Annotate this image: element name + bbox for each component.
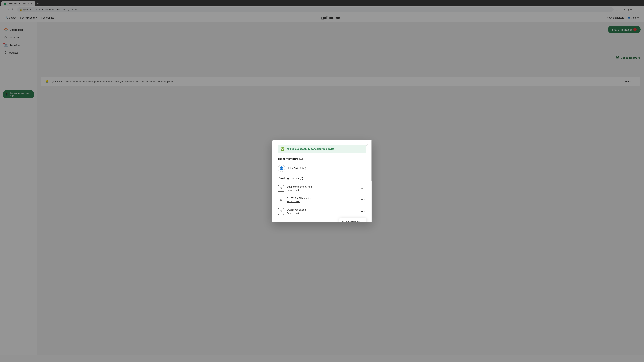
team-members-section: Team members (1) 👤 John Snith (You) [278,157,366,173]
modal-overlay[interactable]: × ✅ You've successfully canceled this in… [0,0,644,355]
modal-scroll-area: ✅ You've successfully canceled this invi… [272,140,372,222]
member-avatar: 👤 [278,165,285,172]
pending-invites-section: Pending invites (3) ✉ example@moodjoy.co… [278,177,366,217]
resend-invite-link-1[interactable]: Resend invite [287,189,300,191]
resend-invite-link-2[interactable]: Resend invite [287,200,300,203]
invite-envelope-icon-1: ✉ [278,185,284,192]
invite-info-3: 04255@gmail.com Resend invite [287,209,357,215]
member-name: John Snith (You) [288,167,306,170]
success-message: You've successfully canceled this invite [286,147,334,150]
modal: × ✅ You've successfully canceled this in… [272,140,372,222]
invite-info-2: 0425522ee5@moodjoy.com Resend invite [287,197,357,203]
success-check-icon: ✅ [281,147,284,151]
invite-envelope-icon-2: ✉ [278,197,284,203]
invite-item-1: ✉ example@moodjoy.com Resend invite ••• [278,183,366,194]
three-dots-button-1[interactable]: ••• [360,185,366,191]
three-dots-button-2[interactable]: ••• [360,197,366,203]
cancel-invite-dropdown: 🗑 Cancel invite [340,218,366,222]
cancel-invite-option[interactable]: 🗑 Cancel invite [340,219,366,222]
three-dots-button-3[interactable]: ••• [360,208,366,215]
invite-email-2: 0425522ee5@moodjoy.com [287,197,357,200]
invite-email-3: 04255@gmail.com [287,209,357,211]
invite-envelope-icon-3: ✉ [278,208,284,215]
pending-invites-title: Pending invites (3) [278,177,366,180]
team-members-title: Team members (1) [278,157,366,161]
trash-icon: 🗑 [342,221,345,222]
success-banner: ✅ You've successfully canceled this invi… [278,145,366,153]
cancel-invite-label: Cancel invite [346,221,360,222]
invite-info-1: example@moodjoy.com Resend invite [287,185,357,191]
invite-item-2: ✉ 0425522ee5@moodjoy.com Resend invite •… [278,194,366,206]
modal-close-button[interactable]: × [364,143,370,148]
modal-scrollbar[interactable] [371,140,372,222]
invite-item-3: ✉ 04255@gmail.com Resend invite ••• 🗑 Ca… [278,206,366,217]
invite-email-1: example@moodjoy.com [287,185,357,188]
modal-scrollbar-thumb [371,140,372,181]
resend-invite-link-3[interactable]: Resend invite [287,212,300,214]
member-item: 👤 John Snith (You) [278,163,366,173]
